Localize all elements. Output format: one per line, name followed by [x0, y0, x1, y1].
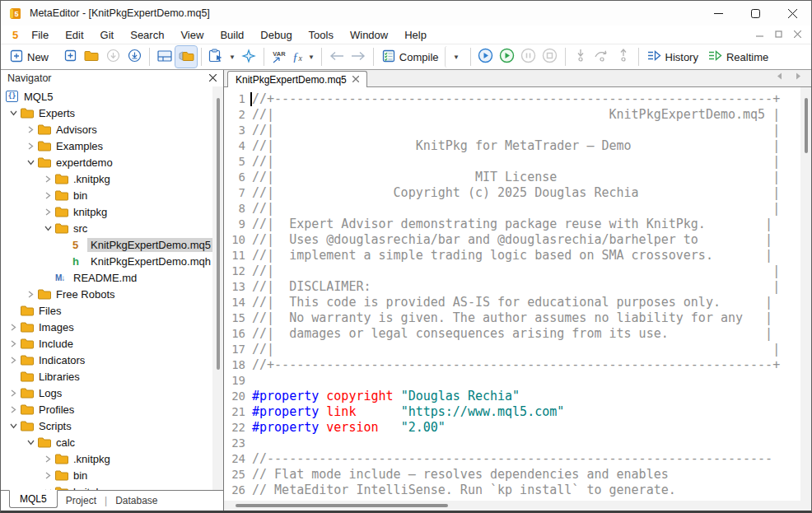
navigator-toggle-button[interactable] — [175, 46, 197, 68]
menu-view[interactable]: View — [172, 27, 212, 43]
checkout-button[interactable] — [102, 46, 124, 68]
tree-item[interactable]: .knitpkg — [1, 450, 223, 467]
navigator-tab-database[interactable]: Database — [107, 492, 166, 509]
tree-item[interactable]: .knitpkg — [1, 170, 223, 187]
pause-button[interactable] — [518, 46, 539, 68]
new-button[interactable]: New — [6, 46, 54, 68]
expander-icon[interactable] — [6, 422, 21, 429]
tree-item[interactable]: calc — [1, 434, 223, 450]
menu-file[interactable]: File — [23, 27, 57, 43]
start-debug-button[interactable] — [475, 46, 497, 68]
step-over-button[interactable] — [591, 46, 613, 68]
tree-item[interactable]: bin — [1, 187, 223, 203]
tree-item[interactable]: M↓README.md — [1, 269, 223, 286]
compile-dropdown-button[interactable]: ▼ — [445, 46, 466, 68]
tree-item[interactable]: knitpkg — [1, 483, 223, 490]
expander-icon[interactable] — [40, 455, 55, 463]
tab-close-icon[interactable] — [352, 76, 359, 84]
menu-help[interactable]: Help — [396, 27, 435, 43]
editor-vscrollbar-thumb[interactable] — [805, 98, 808, 153]
tree-item[interactable]: Libraries — [1, 368, 223, 385]
tab-scroll-right-icon[interactable] — [796, 68, 801, 83]
expander-icon[interactable] — [6, 406, 21, 413]
code-editor[interactable]: 1//+------------------------------------… — [224, 87, 811, 511]
tree-item[interactable]: Files — [1, 302, 223, 319]
editor-tab[interactable]: KnitPkgExpertDemo.mq5 — [227, 71, 367, 87]
tree-item[interactable]: Include — [1, 335, 223, 352]
tree-item[interactable]: src — [1, 220, 223, 236]
tree-item[interactable]: {}MQL5 — [1, 88, 223, 105]
new-file-icon — [10, 49, 23, 65]
menu-build[interactable]: Build — [212, 27, 252, 43]
menu-tools[interactable]: Tools — [301, 27, 342, 43]
step-out-button[interactable] — [613, 46, 634, 68]
tree-item[interactable]: Profiles — [1, 401, 223, 417]
expander-icon[interactable] — [40, 225, 55, 231]
tree-item[interactable]: Advisors — [1, 121, 223, 138]
tree-item[interactable]: knitpkg — [1, 203, 223, 220]
ai-assistant-button[interactable] — [238, 46, 259, 68]
tree-item[interactable]: bin — [1, 467, 223, 483]
code-line-text: // Flat mode include — resolves dependen… — [245, 467, 669, 483]
expander-icon[interactable] — [40, 192, 55, 199]
mdi-close-button[interactable] — [794, 30, 801, 39]
new-project-button[interactable] — [59, 46, 81, 68]
expander-icon[interactable] — [23, 142, 38, 150]
paste-button[interactable]: ▼ — [206, 46, 238, 68]
minimize-button[interactable] — [700, 1, 737, 26]
tree-item[interactable]: expertdemo — [1, 154, 223, 170]
menu-window[interactable]: Window — [342, 27, 396, 43]
tree-item[interactable]: Images — [1, 319, 223, 335]
menu-search[interactable]: Search — [122, 27, 172, 43]
tree-item[interactable]: Free Robots — [1, 286, 223, 302]
navigator-tab-mql5[interactable]: MQL5 — [9, 490, 58, 508]
expander-icon[interactable] — [40, 175, 55, 183]
history-button[interactable]: History — [643, 46, 704, 68]
tree-item[interactable]: Indicators — [1, 352, 223, 368]
toolbox-window-button[interactable] — [154, 46, 175, 68]
tree-item[interactable]: Examples — [1, 138, 223, 154]
functions-button[interactable]: ƒx ▼ — [290, 46, 317, 68]
mdi-restore-button[interactable] — [775, 30, 782, 39]
navigator-close-icon[interactable] — [209, 73, 217, 83]
expander-icon[interactable] — [6, 357, 21, 364]
navigate-back-button[interactable] — [326, 46, 348, 68]
editor-vertical-scrollbar[interactable] — [800, 87, 811, 501]
expander-icon[interactable] — [6, 324, 21, 331]
expander-icon[interactable] — [6, 389, 21, 397]
tree-item[interactable]: 5KnitPkgExpertDemo.mq5 — [1, 236, 223, 253]
expander-icon[interactable] — [6, 110, 21, 116]
expander-icon[interactable] — [23, 159, 38, 166]
open-folder-button[interactable] — [81, 46, 102, 68]
navigator-tab-project[interactable]: Project — [58, 492, 105, 509]
expander-icon[interactable] — [40, 472, 55, 479]
tree-item[interactable]: Experts — [1, 105, 223, 121]
expander-icon[interactable] — [6, 340, 21, 347]
navigate-forward-button[interactable] — [348, 46, 369, 68]
start-button[interactable] — [497, 46, 518, 68]
stop-button[interactable] — [539, 46, 561, 68]
menu-git[interactable]: Git — [92, 27, 123, 43]
menu-debug[interactable]: Debug — [252, 27, 300, 43]
tree-item[interactable]: Logs — [1, 385, 223, 401]
close-button[interactable] — [774, 1, 811, 26]
navigator-scrollbar-thumb[interactable] — [217, 98, 220, 370]
tree-item[interactable]: hKnitPkgExpertDemo.mqh — [1, 253, 223, 269]
maximize-button[interactable] — [737, 1, 774, 26]
editor-hscrollbar-thumb[interactable] — [236, 504, 448, 507]
update-button[interactable] — [124, 46, 145, 68]
menu-edit[interactable]: Edit — [57, 27, 91, 43]
navigator-scrollbar[interactable] — [212, 86, 223, 490]
expander-icon[interactable] — [23, 291, 38, 298]
expander-icon[interactable] — [23, 439, 38, 445]
tab-scroll-left-icon[interactable] — [777, 68, 782, 83]
compile-button[interactable]: Compile — [378, 46, 445, 68]
step-into-button[interactable] — [570, 46, 591, 68]
editor-horizontal-scrollbar[interactable] — [224, 501, 800, 511]
expander-icon[interactable] — [40, 208, 55, 216]
variables-button[interactable]: VAR — [268, 46, 290, 68]
tree-item[interactable]: Scripts — [1, 417, 223, 434]
realtime-button[interactable]: Realtime — [704, 46, 774, 68]
mdi-minimize-button[interactable] — [756, 30, 763, 39]
expander-icon[interactable] — [23, 126, 38, 133]
